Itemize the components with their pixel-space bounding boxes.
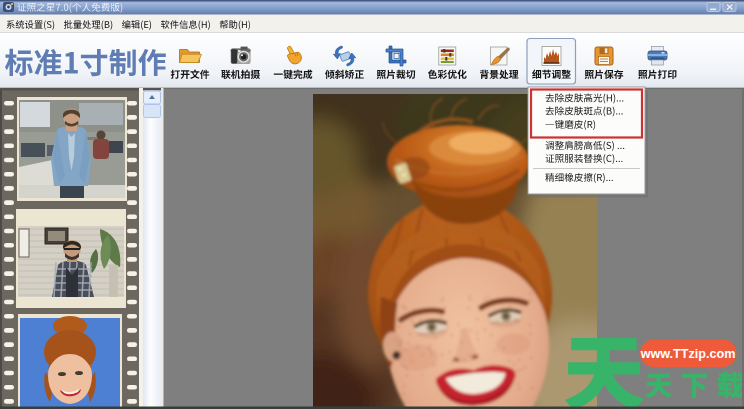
svg-text:www.TTzip.com: www.TTzip.com (640, 347, 736, 361)
